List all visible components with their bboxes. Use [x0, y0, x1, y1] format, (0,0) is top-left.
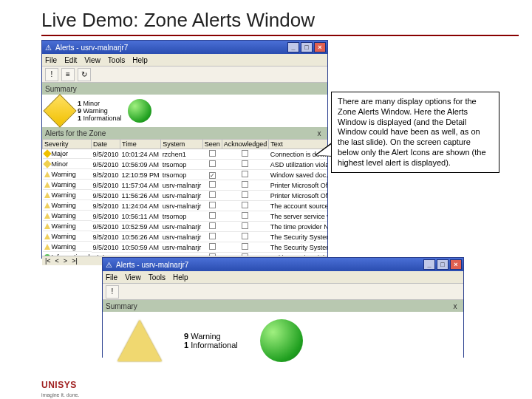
cell-time: 10:56:09 AM [120, 253, 161, 256]
severity-icon [44, 254, 50, 256]
cell-time: 11:24:04 AM [120, 201, 161, 211]
col-header[interactable]: System [161, 140, 203, 149]
menu-view[interactable]: View [84, 56, 100, 64]
table-row[interactable]: Warning9/5/201011:24:04 AMusrv-malnarjrT… [43, 201, 328, 211]
seen-checkbox[interactable] [209, 243, 216, 250]
cell-ack [222, 191, 269, 201]
cell-severity: Warning [43, 222, 92, 231]
warning-icon [117, 320, 162, 361]
col-header[interactable]: Date [92, 140, 120, 149]
table-row[interactable]: Warning9/5/201011:57:04 AMusrv-malnarjrP… [43, 180, 328, 191]
table-row[interactable]: Warning9/5/201010:56:11 AMtrsomopThe ser… [43, 211, 328, 222]
severity-icon [43, 160, 51, 168]
nav-first[interactable]: |< [45, 257, 51, 265]
cell-text: The time provider NtpClient was unable t… [269, 222, 327, 232]
table-row[interactable]: Warning9/5/201010:56:26 AMusrv-malnarjrT… [43, 232, 328, 242]
close-button[interactable]: × [314, 42, 326, 52]
menu-help[interactable]: Help [132, 56, 148, 64]
legend-row: 1 Informational [78, 115, 122, 122]
cell-seen [202, 222, 222, 232]
ack-checkbox[interactable] [242, 222, 248, 229]
panel-close-icon[interactable]: x [314, 129, 324, 137]
close-button[interactable]: × [450, 259, 462, 270]
titlebar[interactable]: ⚠ Alerts - usrv-malnarjr7 _ □ × [103, 258, 463, 271]
callout-tail [315, 142, 332, 157]
ack-checkbox[interactable] [242, 181, 248, 188]
table-row[interactable]: Warning9/5/201010:50:59 AMusrv-malnarjrT… [43, 242, 328, 253]
menu-tools[interactable]: Tools [149, 273, 166, 282]
menu-tools[interactable]: Tools [108, 56, 125, 64]
nav-next[interactable]: > [64, 257, 67, 265]
alerts-window-icons-only: ⚠ Alerts - usrv-malnarjr7 _ □ × File Vie… [102, 257, 464, 358]
ack-checkbox[interactable] [242, 212, 248, 219]
cell-time: 10:56:09 AM [120, 160, 161, 170]
toolbar-btn-exclaim[interactable]: ! [106, 285, 119, 299]
alert-icon: ⚠ [44, 43, 52, 52]
cell-system: usrv-malnarjr [161, 180, 203, 191]
cell-date: 9/5/2010 [92, 170, 120, 180]
seen-checkbox[interactable] [209, 160, 216, 167]
menu-view[interactable]: View [125, 273, 141, 282]
seen-checkbox[interactable] [209, 253, 216, 256]
seen-checkbox[interactable] [209, 212, 216, 219]
seen-checkbox[interactable] [209, 181, 216, 188]
ack-checkbox[interactable] [242, 191, 248, 198]
ack-checkbox[interactable] [242, 150, 248, 157]
col-header[interactable]: Seen [202, 140, 222, 149]
cell-seen [202, 160, 222, 170]
cell-ack [222, 242, 269, 253]
minor-icon [43, 94, 76, 127]
menu-file[interactable]: File [45, 56, 57, 64]
menu-file[interactable]: File [106, 273, 117, 282]
toolbar-btn-bars[interactable]: ≡ [61, 68, 75, 81]
toolbar-btn-exclaim[interactable]: ! [45, 68, 58, 81]
summary-header: Summary x [103, 300, 463, 312]
ack-checkbox[interactable] [242, 243, 248, 250]
col-header[interactable]: Time [120, 140, 161, 149]
table-row[interactable]: Warning9/5/201011:56:26 AMusrv-malnarjrP… [43, 191, 328, 201]
seen-checkbox[interactable] [209, 172, 216, 179]
seen-checkbox[interactable] [209, 202, 216, 208]
ack-checkbox[interactable] [242, 171, 248, 177]
maximize-button[interactable]: □ [301, 42, 313, 52]
legend-row: 1 Informational [184, 341, 238, 349]
severity-icon [44, 223, 50, 229]
seen-checkbox[interactable] [209, 191, 216, 198]
cell-date: 9/5/2010 [92, 149, 120, 160]
ack-checkbox[interactable] [242, 233, 248, 239]
table-row[interactable]: Minor9/5/201010:56:09 AMtrsomopASD utili… [43, 160, 328, 170]
cell-ack [222, 201, 269, 211]
menu-help[interactable]: Help [173, 273, 188, 282]
ack-checkbox[interactable] [242, 202, 248, 208]
alerts-table: SeverityDateTimeSystemSeenAcknowledgedTe… [42, 139, 327, 256]
slide-title: Live Demo: Zone Alerts Window [0, 0, 532, 35]
menubar: File Edit View Tools Help [42, 54, 327, 66]
footer-logo: UNISYS [41, 380, 77, 390]
menu-edit[interactable]: Edit [64, 56, 77, 64]
cell-seen [202, 170, 222, 180]
titlebar[interactable]: ⚠ Alerts - usrv-malnarjr7 _ □ × [42, 41, 327, 54]
maximize-button[interactable]: □ [437, 259, 449, 270]
cell-date: 9/5/2010 [92, 232, 120, 242]
table-row[interactable]: Major9/5/201010:01:24 AMrzchen1Connectio… [43, 149, 328, 160]
seen-checkbox[interactable] [209, 150, 216, 157]
minimize-button[interactable]: _ [423, 259, 435, 270]
nav-last[interactable]: >| [72, 257, 78, 265]
table-row[interactable]: Informational9/5/201010:56:09 AMtrsomopW… [43, 253, 328, 256]
legend: 9 Warning 1 Informational [184, 332, 238, 349]
table-row[interactable]: Warning9/5/201012:10:59 PMtrsomopWindow … [43, 170, 328, 180]
panel-close-icon[interactable]: x [450, 302, 460, 310]
ack-checkbox[interactable] [242, 253, 248, 256]
col-header[interactable]: Severity [43, 140, 92, 149]
table-row[interactable]: Warning9/5/201010:52:59 AMusrv-malnarjrT… [43, 222, 328, 232]
cell-severity: Warning [43, 201, 92, 211]
seen-checkbox[interactable] [209, 233, 216, 239]
alerts-window-full: ⚠ Alerts - usrv-malnarjr7 _ □ × File Edi… [41, 40, 328, 259]
minimize-button[interactable]: _ [287, 42, 299, 52]
ack-checkbox[interactable] [242, 160, 248, 167]
toolbar-btn-refresh[interactable]: ↻ [78, 68, 91, 81]
seen-checkbox[interactable] [209, 222, 216, 229]
col-header[interactable]: Acknowledged [222, 140, 269, 149]
cell-text: Writing entries violated threshold [269, 253, 327, 256]
nav-prev[interactable]: < [55, 257, 59, 265]
